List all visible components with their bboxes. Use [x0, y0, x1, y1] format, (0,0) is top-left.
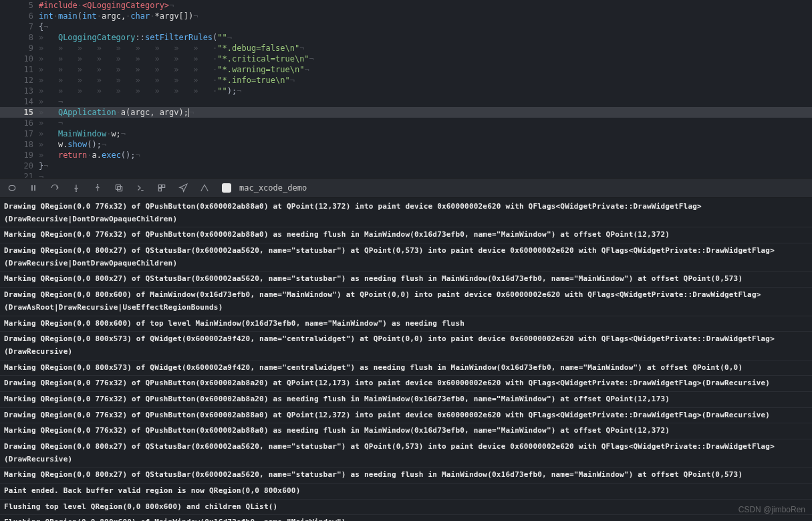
console-line: Marking QRegion(0,0 800x600) of top leve…: [0, 316, 812, 332]
line-number: 10: [0, 54, 39, 64]
console-line: Drawing QRegion(0,0 776x32) of QPushButt…: [0, 376, 812, 392]
code-content[interactable]: » QLoggingCategory::setFilterRules(""¬: [39, 32, 812, 43]
code-editor[interactable]: 5#include·<QLoggingCategory>¬6int·main(i…: [0, 0, 812, 178]
debug-console-icon[interactable]: [134, 181, 147, 195]
console-line: Flushing QRegion(0,0 800x600) of MainWin…: [0, 515, 812, 521]
code-content[interactable]: » MainWindow·w;¬: [39, 128, 812, 139]
view-memory-icon[interactable]: [155, 181, 168, 195]
console-line: Drawing QRegion(0,0 800x573) of QWidget(…: [0, 332, 812, 360]
debug-console[interactable]: Drawing QRegion(0,0 776x32) of QPushButt…: [0, 198, 812, 521]
line-number: 14: [0, 96, 39, 107]
code-line[interactable]: 5#include·<QLoggingCategory>¬: [0, 0, 812, 11]
svg-rect-8: [116, 185, 120, 189]
location-icon[interactable]: [176, 181, 190, 195]
code-line[interactable]: 20}¬: [0, 161, 812, 171]
code-content[interactable]: » ¬: [39, 118, 812, 128]
code-content[interactable]: » QApplication·a(argc, argv);¬: [39, 107, 812, 118]
svg-rect-10: [162, 185, 165, 187]
code-content[interactable]: » » » » » » » » » ·"*.warning=true\n"¬: [39, 64, 812, 75]
step-into-icon[interactable]: [70, 181, 83, 195]
console-line: Marking QRegion(0,0 776x32) of QPushButt…: [0, 392, 812, 408]
line-number: 21: [0, 171, 39, 178]
target-app-label[interactable]: mac_xcode_demo: [239, 183, 307, 193]
line-number: 9: [0, 43, 39, 54]
svg-rect-11: [158, 189, 161, 191]
code-line[interactable]: 10» » » » » » » » » ·"*.critical=true\n"…: [0, 54, 812, 64]
code-content[interactable]: » ¬: [39, 96, 812, 107]
line-number: 13: [0, 86, 39, 96]
target-app-icon[interactable]: [222, 183, 231, 193]
svg-marker-12: [180, 184, 187, 191]
console-line: Marking QRegion(0,0 776x32) of QPushButt…: [0, 423, 812, 439]
code-line[interactable]: 14» ¬: [0, 96, 812, 107]
watermark: CSDN @jimboRen: [738, 505, 805, 514]
code-content[interactable]: » return·a.exec();¬: [39, 150, 812, 161]
console-line: Drawing QRegion(0,0 800x600) of MainWind…: [0, 288, 812, 316]
line-number: 7: [0, 21, 39, 32]
console-line: Drawing QRegion(0,0 776x32) of QPushButt…: [0, 199, 812, 227]
code-line[interactable]: 16» ¬: [0, 118, 812, 128]
line-number: 17: [0, 128, 39, 139]
line-number: 16: [0, 118, 39, 128]
line-number: 11: [0, 64, 39, 75]
code-content[interactable]: #include·<QLoggingCategory>¬: [39, 0, 812, 11]
console-line: Flushing top level QRegion(0,0 800x600) …: [0, 500, 812, 516]
svg-point-6: [97, 185, 98, 185]
console-line: Drawing QRegion(0,0 800x27) of QStatusBa…: [0, 439, 812, 467]
console-line: Drawing QRegion(0,0 776x32) of QPushButt…: [0, 408, 812, 424]
line-number: 12: [0, 75, 39, 86]
code-content[interactable]: int·main(int·argc,·char·*argv[])¬: [39, 11, 812, 21]
console-line: Marking QRegion(0,0 800x573) of QWidget(…: [0, 360, 812, 377]
code-content[interactable]: » » » » » » » » » ·"*.critical=true\n"¬: [39, 54, 812, 64]
code-content[interactable]: » » » » » » » » » ·"");¬: [39, 86, 812, 96]
svg-rect-2: [34, 185, 35, 191]
debug-toolbar: mac_xcode_demo: [0, 178, 812, 198]
code-content[interactable]: » w.show();¬: [39, 139, 812, 150]
code-content[interactable]: }¬: [39, 161, 812, 171]
toggle-breakpoints-icon[interactable]: [5, 181, 19, 195]
line-number: 18: [0, 139, 39, 150]
console-line: Paint ended. Back buffer valid region is…: [0, 484, 812, 500]
code-content[interactable]: {¬: [39, 21, 812, 32]
line-number: 5: [0, 0, 39, 11]
code-line[interactable]: 18» w.show();¬: [0, 139, 812, 150]
pause-icon[interactable]: [27, 181, 40, 195]
copy-icon[interactable]: [112, 181, 126, 195]
code-line[interactable]: 13» » » » » » » » » ·"");¬: [0, 86, 812, 96]
code-line[interactable]: 9» » » » » » » » » ·"*.debug=false\n"¬: [0, 43, 812, 54]
code-line[interactable]: 11» » » » » » » » » ·"*.warning=true\n"¬: [0, 64, 812, 75]
line-number: 19: [0, 150, 39, 161]
line-number: 20: [0, 161, 39, 171]
code-line[interactable]: 21¬: [0, 171, 812, 178]
code-line[interactable]: 19» return·a.exec();¬: [0, 150, 812, 161]
console-line: Marking QRegion(0,0 800x27) of QStatusBa…: [0, 467, 812, 484]
svg-rect-1: [31, 185, 33, 191]
code-line[interactable]: 15» QApplication·a(argc, argv);¬: [0, 107, 812, 118]
code-line[interactable]: 17» MainWindow·w;¬: [0, 128, 812, 139]
svg-point-4: [76, 191, 76, 191]
svg-rect-0: [9, 186, 15, 191]
step-out-icon[interactable]: [91, 181, 104, 195]
hierarchy-icon[interactable]: [198, 181, 211, 195]
code-line[interactable]: 7{¬: [0, 21, 812, 32]
line-number: 8: [0, 32, 39, 43]
console-line: Drawing QRegion(0,0 800x27) of QStatusBa…: [0, 243, 812, 272]
svg-rect-7: [118, 187, 122, 191]
console-line: Marking QRegion(0,0 776x32) of QPushButt…: [0, 227, 812, 243]
svg-rect-9: [158, 185, 161, 187]
code-content[interactable]: » » » » » » » » » ·"*.info=true\n"¬: [39, 75, 812, 86]
code-line[interactable]: 6int·main(int·argc,·char·*argv[])¬: [0, 11, 812, 21]
line-number: 6: [0, 11, 39, 21]
code-content[interactable]: ¬: [39, 171, 812, 178]
step-over-icon[interactable]: [48, 181, 61, 195]
code-line[interactable]: 12» » » » » » » » » ·"*.info=true\n"¬: [0, 75, 812, 86]
console-line: Marking QRegion(0,0 800x27) of QStatusBa…: [0, 272, 812, 288]
code-content[interactable]: » » » » » » » » » ·"*.debug=false\n"¬: [39, 43, 812, 54]
line-number: 15: [0, 107, 39, 118]
code-line[interactable]: 8» QLoggingCategory::setFilterRules(""¬: [0, 32, 812, 43]
